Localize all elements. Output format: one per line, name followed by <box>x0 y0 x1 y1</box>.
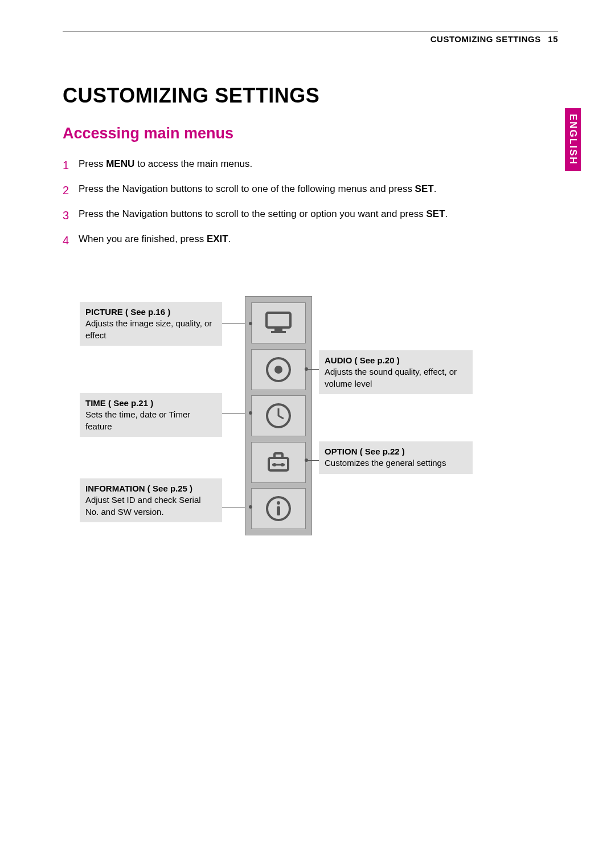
svg-rect-9 <box>274 453 282 458</box>
connector-dot <box>249 322 252 325</box>
language-tab: ENGLISH <box>565 108 581 171</box>
menu-icon-column <box>245 296 312 535</box>
toolbox-icon <box>264 450 293 475</box>
option-callout: OPTION ( See p.22 ) Customizes the gener… <box>319 441 473 474</box>
step-1: 1 Press MENU to access the main menus. <box>63 157 558 174</box>
monitor-icon <box>264 310 293 335</box>
steps-list: 1 Press MENU to access the main menus. 2… <box>63 157 558 249</box>
header-section: CUSTOMIZING SETTINGS <box>430 34 541 44</box>
connector <box>222 413 245 413</box>
svg-point-12 <box>281 463 284 466</box>
step-2: 2 Press the Navigation buttons to scroll… <box>63 182 558 199</box>
header-page-number: 15 <box>548 34 558 44</box>
svg-point-14 <box>277 501 280 505</box>
connector <box>222 507 245 507</box>
clock-icon <box>264 402 293 430</box>
audio-menu-icon <box>251 349 306 390</box>
time-callout: TIME ( See p.21 ) Sets the time, date or… <box>80 393 222 437</box>
svg-line-7 <box>278 416 284 419</box>
connector-dot <box>249 411 252 415</box>
svg-rect-0 <box>266 313 290 327</box>
header-rule <box>63 31 558 32</box>
picture-callout: PICTURE ( See p.16 ) Adjusts the image s… <box>80 302 222 346</box>
connector-dot <box>305 367 308 371</box>
information-menu-icon <box>251 488 306 529</box>
picture-menu-icon <box>251 302 306 343</box>
svg-rect-1 <box>274 329 282 331</box>
menu-diagram: PICTURE ( See p.16 ) Adjusts the image s… <box>80 296 535 541</box>
connector <box>306 460 319 461</box>
connector-dot <box>305 458 308 462</box>
info-icon <box>264 494 293 523</box>
page-content: CUSTOMIZING SETTINGS 15 CUSTOMIZING SETT… <box>63 31 558 257</box>
connector <box>306 369 319 370</box>
section-heading: Accessing main menus <box>63 125 558 142</box>
svg-point-4 <box>274 366 282 374</box>
information-callout: INFORMATION ( See p.25 ) Adjust Set ID a… <box>80 478 222 522</box>
audio-callout: AUDIO ( See p.20 ) Adjusts the sound qua… <box>319 350 473 394</box>
svg-rect-2 <box>271 331 286 333</box>
option-menu-icon <box>251 442 306 483</box>
svg-rect-15 <box>277 506 280 515</box>
step-3: 3 Press the Navigation buttons to scroll… <box>63 207 558 224</box>
connector <box>222 324 245 324</box>
svg-point-11 <box>273 463 276 466</box>
step-4: 4 When you are finished, press EXIT. <box>63 232 558 249</box>
time-menu-icon <box>251 395 306 436</box>
page-title: CUSTOMIZING SETTINGS <box>63 84 558 108</box>
speaker-icon <box>264 355 293 384</box>
running-header: CUSTOMIZING SETTINGS 15 <box>63 34 558 44</box>
connector-dot <box>249 505 252 509</box>
